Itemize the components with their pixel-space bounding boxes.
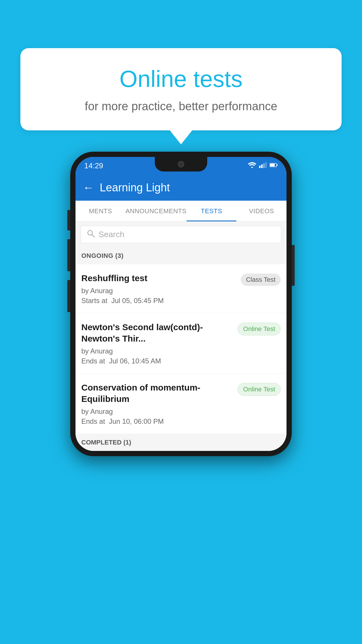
svg-rect-0 xyxy=(259,166,261,168)
test-badge-1: Class Test xyxy=(241,274,281,286)
test-info-2: Newton's Second law(contd)-Newton's Thir… xyxy=(81,321,233,365)
test-item-3[interactable]: Conservation of momentum-Equilibrium by … xyxy=(75,374,287,434)
test-title-3: Conservation of momentum-Equilibrium xyxy=(81,382,233,405)
back-button[interactable]: ← xyxy=(83,181,94,194)
bubble-subtitle: for more practice, better performance xyxy=(35,100,327,113)
test-author-2: by Anurag xyxy=(81,347,233,355)
test-info-3: Conservation of momentum-Equilibrium by … xyxy=(81,382,233,426)
camera-dot xyxy=(178,161,184,167)
search-container: Search xyxy=(75,222,287,247)
battery-icon xyxy=(270,163,278,169)
svg-line-8 xyxy=(92,235,94,237)
phone-button-left3 xyxy=(67,280,70,312)
bubble-title: Online tests xyxy=(35,66,327,92)
test-date-2: Ends at Jul 06, 10:45 AM xyxy=(81,357,233,365)
phone-button-left2 xyxy=(67,239,70,271)
search-bar[interactable]: Search xyxy=(81,226,281,243)
svg-rect-1 xyxy=(261,164,263,168)
test-info-1: Reshuffling test by Anurag Starts at Jul… xyxy=(81,272,236,305)
phone-button-left xyxy=(67,210,70,230)
test-author-1: by Anurag xyxy=(81,287,236,295)
svg-rect-6 xyxy=(270,164,275,167)
phone-notch xyxy=(155,157,207,172)
test-item-2[interactable]: Newton's Second law(contd)-Newton's Thir… xyxy=(75,313,287,374)
test-date-1: Starts at Jul 05, 05:45 PM xyxy=(81,297,236,305)
search-icon xyxy=(87,230,95,240)
svg-rect-2 xyxy=(263,163,265,168)
signal-icon xyxy=(259,162,267,169)
test-date-3: Ends at Jun 10, 06:00 PM xyxy=(81,417,233,426)
test-item-1[interactable]: Reshuffling test by Anurag Starts at Jul… xyxy=(75,264,287,313)
phone-button-right xyxy=(292,245,295,286)
completed-section-header: COMPLETED (1) xyxy=(75,434,287,451)
phone-wrapper: 14:29 xyxy=(70,152,292,456)
status-time: 14:29 xyxy=(84,161,103,170)
test-badge-2: Online Test xyxy=(238,323,281,335)
test-title-1: Reshuffling test xyxy=(81,272,236,284)
svg-rect-3 xyxy=(265,162,267,168)
phone-screen: 14:29 xyxy=(75,157,287,451)
test-title-2: Newton's Second law(contd)-Newton's Thir… xyxy=(81,321,233,344)
tab-tests[interactable]: TESTS xyxy=(187,201,237,221)
app-bar: ← Learning Light xyxy=(75,174,287,201)
ongoing-section-header: ONGOING (3) xyxy=(75,247,287,264)
tabs-bar: MENTS ANNOUNCEMENTS TESTS VIDEOS xyxy=(75,201,287,222)
tab-announcements[interactable]: ANNOUNCEMENTS xyxy=(126,201,187,221)
wifi-icon xyxy=(248,162,256,169)
test-badge-3: Online Test xyxy=(238,383,281,396)
status-icons xyxy=(248,162,278,169)
speech-bubble: Online tests for more practice, better p… xyxy=(20,48,342,130)
svg-rect-5 xyxy=(277,164,277,166)
test-list: Reshuffling test by Anurag Starts at Jul… xyxy=(75,264,287,434)
tab-ments[interactable]: MENTS xyxy=(75,201,126,221)
search-placeholder: Search xyxy=(99,230,124,239)
app-bar-title: Learning Light xyxy=(100,181,170,194)
tab-videos[interactable]: VIDEOS xyxy=(236,201,287,221)
phone-outer: 14:29 xyxy=(70,152,292,456)
test-author-3: by Anurag xyxy=(81,407,233,416)
